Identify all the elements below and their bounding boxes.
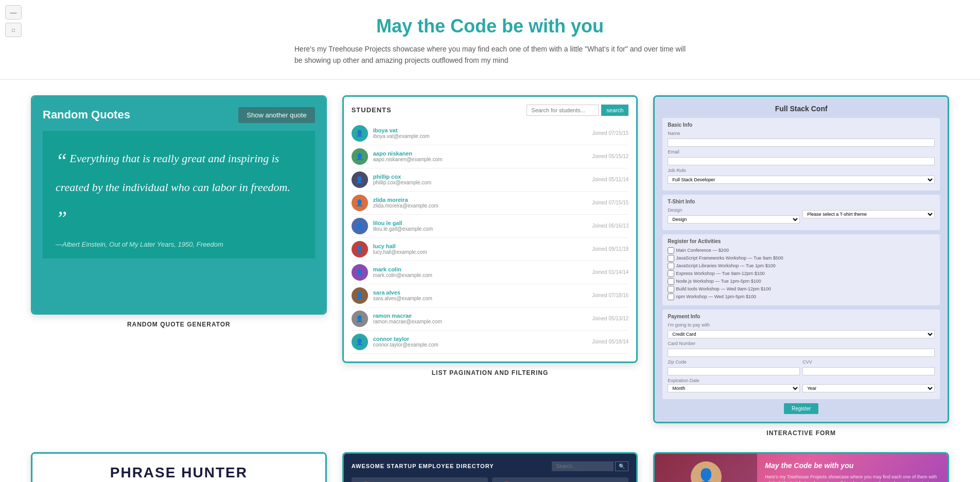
if-basic-info-section: Basic Info Name Email Job Role Full Stac…: [662, 118, 940, 191]
list-item: 👤 lilou le gall lilou.le.gall@example.co…: [352, 215, 629, 238]
pp-avatar: 👤: [691, 461, 722, 482]
student-name: sara alves: [373, 289, 587, 296]
student-name: connor taylor: [373, 336, 587, 342]
list-item[interactable]: 👤 Alicia Rogers alicia.rogers@example.co…: [492, 477, 628, 482]
interactive-form-thumbnail: Full Stack Conf Basic Info Name Email Jo…: [653, 95, 949, 423]
student-search-button[interactable]: search: [601, 105, 628, 116]
student-info: ramon macrae ramon.macrae@example.com: [373, 313, 587, 324]
if-name-label: Name: [668, 131, 935, 136]
if-cardnum-label: Card Number: [668, 341, 935, 346]
if-expmonth-select[interactable]: Month: [668, 384, 800, 392]
list-item: 👤 iboya vat iboya.vat@example.com Joined…: [352, 122, 629, 145]
student-search-input[interactable]: [527, 105, 599, 116]
student-info: aapo niskanen aapo.niskanen@example.com: [373, 150, 587, 162]
avatar: 👤: [352, 148, 368, 165]
student-joined: Joined 07/18/16: [592, 292, 628, 298]
if-design-select[interactable]: Design: [668, 215, 800, 223]
sl-search-area: search: [527, 105, 628, 116]
if-activities-section: Register for Activities Main Conference …: [662, 234, 940, 305]
list-item: 👤 zlida moreira zlida.moreira@example.co…: [352, 192, 629, 215]
if-tshirt-section: T-Shirt Info Design Design Please select…: [662, 195, 940, 230]
ed-header: AWESOME STARTUP EMPLOYEE DIRECTORY 🔍: [352, 461, 629, 471]
phrase-hunter-thumbnail: PHRASE HUNTER Q: [31, 452, 327, 482]
if-email-label: Email: [668, 149, 935, 154]
list-item: 👤 lucy hall lucy.hall@example.com Joined…: [352, 238, 629, 261]
if-jobrole-field: Job Role Full Stack Developer: [668, 168, 935, 184]
random-quote-label: RANDOM QUOTE GENERATOR: [127, 321, 231, 328]
pp-tagline: May the Code be with you: [765, 461, 940, 470]
student-email: connor.taylor@example.com: [373, 342, 587, 348]
avatar: 👤: [352, 195, 368, 211]
student-name: lilou le gall: [373, 220, 587, 226]
ed-search-button[interactable]: 🔍: [615, 461, 628, 471]
avatar: 👤: [352, 311, 368, 327]
if-form-title: Full Stack Conf: [662, 105, 940, 113]
ed-title: AWESOME STARTUP EMPLOYEE DIRECTORY: [352, 463, 494, 469]
avatar: 👤: [352, 218, 368, 234]
avatar: 👤: [352, 171, 368, 188]
project-card-employee-directory: AWESOME STARTUP EMPLOYEE DIRECTORY 🔍 👤 M…: [342, 452, 638, 482]
ed-search-input[interactable]: [552, 461, 614, 471]
if-jobrole-label: Job Role: [668, 168, 935, 173]
list-item: 👤 mark colin mark.colin@example.com Join…: [352, 261, 629, 284]
list-item: 👤 phillip cox phillip.cox@example.com Jo…: [352, 168, 629, 192]
if-activity-item: JavaScript Frameworks Workshop — Tue 9am…: [668, 255, 935, 262]
student-joined: Joined 06/16/13: [592, 223, 628, 229]
student-info: sara alves sara.alves@example.com: [373, 289, 587, 301]
student-name: ramon macrae: [373, 313, 587, 319]
if-zip-input[interactable]: [668, 367, 800, 375]
project-card-phrase-hunter: PHRASE HUNTER Q: [31, 452, 327, 482]
student-joined: Joined 05/11/14: [592, 177, 628, 182]
sl-header: STUDENTS search: [352, 105, 629, 116]
ph-card: PHRASE HUNTER Q: [32, 454, 325, 482]
if-email-input[interactable]: [668, 157, 935, 165]
if-expyear-select[interactable]: Year: [802, 384, 935, 392]
student-name: iboya vat: [373, 127, 587, 133]
sl-card: STUDENTS search 👤 iboya vat iboya.vat@ex…: [344, 97, 637, 361]
window-restore-btn[interactable]: □: [5, 23, 22, 37]
avatar: 👤: [352, 125, 368, 142]
ed-card: AWESOME STARTUP EMPLOYEE DIRECTORY 🔍 👤 M…: [344, 454, 637, 482]
student-joined: Joined 07/15/15: [592, 200, 628, 205]
if-activity-item: Build tools Workshop — Wed 9am-12pm $100: [668, 286, 935, 292]
show-another-quote-button[interactable]: Show another quote: [238, 107, 314, 123]
if-activities-label: Register for Activities: [668, 238, 935, 244]
list-item: 👤 sara alves sara.alves@example.com Join…: [352, 284, 629, 307]
if-cvv-input[interactable]: [802, 367, 935, 375]
student-name: mark colin: [373, 266, 587, 272]
rq-title: Random Quotes: [43, 108, 130, 122]
if-register-button[interactable]: Register: [784, 403, 818, 414]
student-email: zlida.moreira@example.com: [373, 203, 587, 209]
student-info: mark colin mark.colin@example.com: [373, 266, 587, 278]
student-info: zlida moreira zlida.moreira@example.com: [373, 197, 587, 209]
project-card-portfolio: 👤 MIGUEL ANGELALCALA ROMERO Hello! I'm a…: [653, 452, 949, 482]
window-minimize-btn[interactable]: —: [5, 5, 22, 20]
if-jobrole-select[interactable]: Full Stack Developer: [668, 176, 935, 184]
student-email: aapo.niskanen@example.com: [373, 157, 587, 162]
if-design-label: Design: [668, 208, 800, 213]
random-quote-thumbnail: Random Quotes Show another quote Everyth…: [31, 95, 327, 315]
avatar: 👤: [352, 264, 368, 281]
list-pagination-thumbnail: STUDENTS search 👤 iboya vat iboya.vat@ex…: [342, 95, 638, 363]
student-name: zlida moreira: [373, 197, 587, 203]
student-name: phillip cox: [373, 174, 587, 180]
if-cardnum-input[interactable]: [668, 349, 935, 357]
employee-directory-thumbnail: AWESOME STARTUP EMPLOYEE DIRECTORY 🔍 👤 M…: [342, 452, 638, 482]
list-item[interactable]: 👤 Melanie Bradley melanie.bradley@exampl…: [352, 477, 488, 482]
if-size-select[interactable]: Please select a T-shirt theme: [802, 210, 935, 218]
student-name: lucy hall: [373, 243, 587, 249]
rq-header: Random Quotes Show another quote: [43, 107, 315, 123]
if-name-input[interactable]: [668, 139, 935, 147]
pp-description: Here's my Treehouse Projects showcase wh…: [765, 474, 940, 482]
if-zip-label: Zip Code: [668, 359, 800, 365]
if-cc-label: I'm going to pay with: [668, 322, 935, 328]
avatar: 👤: [352, 334, 368, 350]
list-item: 👤 aapo niskanen aapo.niskanen@example.co…: [352, 145, 629, 168]
if-tshirt-label: T-Shirt Info: [668, 199, 935, 204]
student-email: ramon.macrae@example.com: [373, 319, 587, 324]
project-card-interactive-form: Full Stack Conf Basic Info Name Email Jo…: [653, 95, 949, 437]
avatar: 👤: [352, 241, 368, 257]
ed-search-area: 🔍: [552, 461, 628, 471]
if-cc-select[interactable]: Credit Card: [668, 330, 935, 338]
student-info: connor taylor connor.taylor@example.com: [373, 336, 587, 348]
